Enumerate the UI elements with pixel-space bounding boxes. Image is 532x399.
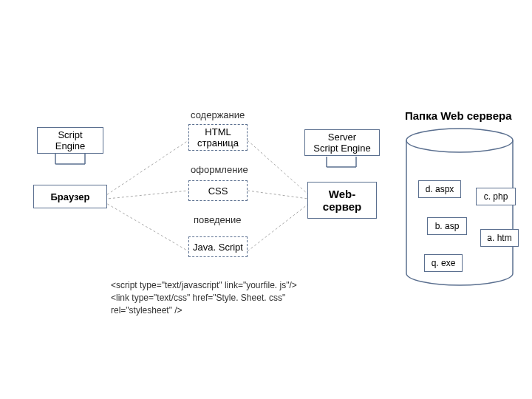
- file-d-label: d. aspx: [426, 184, 454, 194]
- html-box: HTML страница: [188, 124, 248, 151]
- file-c-box: c. php: [476, 188, 516, 205]
- html-label: HTML страница: [197, 126, 239, 149]
- code-snippet: <script type="text/javascript" link="you…: [111, 279, 297, 316]
- content-label: содержание: [191, 109, 245, 120]
- webserver-box: Web- сервер: [307, 182, 377, 219]
- file-b-label: b. asp: [435, 221, 460, 231]
- css-box: CSS: [188, 180, 248, 201]
- svg-line-2: [100, 200, 188, 251]
- js-box: Java. Script: [188, 236, 248, 257]
- file-q-box: q. exe: [424, 254, 463, 272]
- style-label: оформление: [191, 164, 248, 175]
- server-script-engine-label: Server Script Engine: [313, 132, 370, 154]
- browser-label: Браузер: [50, 191, 89, 202]
- svg-line-0: [100, 140, 188, 200]
- browser-box: Браузер: [33, 185, 107, 208]
- file-a-box: a. htm: [480, 229, 519, 247]
- folder-title: Папка Web сервера: [405, 109, 511, 122]
- file-b-box: b. asp: [427, 217, 467, 235]
- file-d-box: d. aspx: [418, 180, 461, 198]
- svg-line-5: [248, 200, 314, 251]
- webserver-label: Web- сервер: [323, 188, 361, 213]
- behavior-label: поведение: [194, 214, 241, 225]
- js-label: Java. Script: [193, 242, 243, 253]
- script-engine-label: Script Engine: [55, 129, 85, 151]
- svg-line-1: [100, 191, 188, 200]
- svg-point-12: [406, 129, 513, 152]
- server-script-engine-box: Server Script Engine: [304, 129, 380, 156]
- file-a-label: a. htm: [487, 233, 511, 243]
- script-engine-box: Script Engine: [37, 127, 103, 154]
- file-q-label: q. exe: [432, 258, 456, 268]
- css-label: CSS: [208, 185, 228, 197]
- file-c-label: c. php: [484, 191, 508, 202]
- svg-line-4: [248, 191, 314, 200]
